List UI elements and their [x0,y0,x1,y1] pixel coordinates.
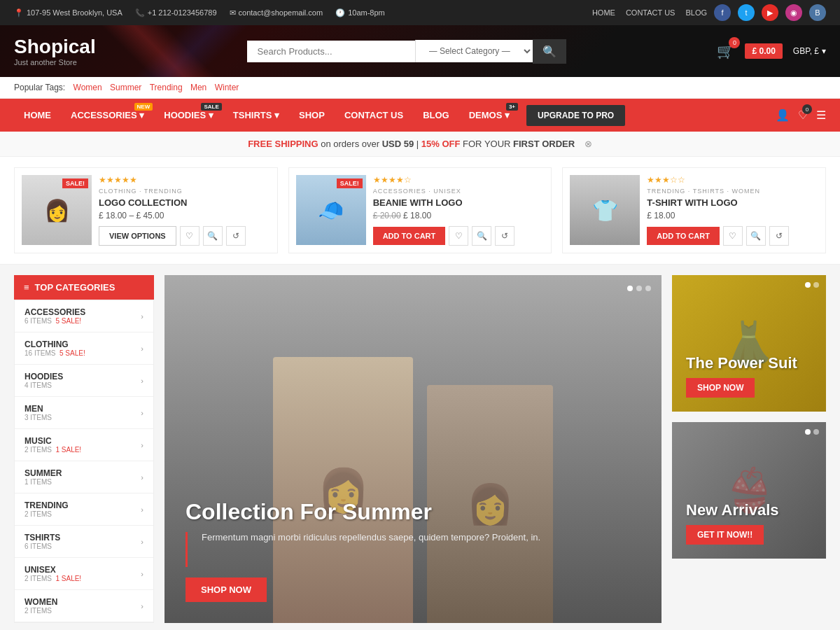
vk-icon[interactable]: B [809,4,826,21]
wishlist-button-3[interactable]: ♡ [723,226,743,246]
wishlist-icon[interactable]: ♡ 0 [798,108,808,122]
twitter-icon[interactable]: t [738,4,755,21]
main-nav: HOME ACCESSORIES ▾ NEW HOODIES ▾ SALE TS… [0,99,840,132]
top-home-link[interactable]: HOME [592,8,615,17]
sidebar-items: ACCESSORIES 6 ITEMS 5 SALE! › CLOTHING 1… [14,300,154,623]
main-banner-cta[interactable]: SHOP NOW [186,578,267,602]
logo-tagline: Just another Store [14,58,96,66]
logo[interactable]: Shopical [14,36,96,58]
address: 📍 107-95 West Brooklyn, USA [14,8,122,18]
nav-accessories[interactable]: ACCESSORIES ▾ NEW [61,99,154,132]
tag-summer[interactable]: Summer [110,83,141,92]
sidebar-item-music[interactable]: MUSIC 2 ITEMS 1 SALE! › [15,429,153,461]
location-icon: 📍 [14,8,24,18]
compare-button-2[interactable]: ↺ [495,226,514,246]
phone: 📞 +1 212-0123456789 [135,8,217,18]
product-cats-3: TRENDING · TSHIRTS · WOMEN [647,188,818,195]
header: Shopical Just another Store — Select Cat… [0,25,840,77]
nav-contact[interactable]: CONTACT US [335,99,413,132]
main-banner-title: Collection For Summer [186,499,640,525]
chevron-right-icon: › [141,441,144,449]
main-section: ≡ TOP CATEGORIES ACCESSORIES 6 ITEMS 5 S… [0,265,840,630]
wishlist-button-1[interactable]: ♡ [180,226,200,246]
search-input[interactable] [247,41,415,62]
cart-icon[interactable]: 🛒 0 [717,43,734,59]
quickview-button-1[interactable]: 🔍 [203,226,223,246]
new-arrivals-overlay: New Arrivals GET IT NOW!! [672,487,826,559]
nav-right-icons: 👤 ♡ 0 ☰ [776,108,826,122]
sidebar-item-trending[interactable]: TRENDING 2 ITEMS › [15,493,153,526]
chevron-right-icon: › [141,602,144,610]
sidebar-item-accessories[interactable]: ACCESSORIES 6 ITEMS 5 SALE! › [15,300,153,332]
top-blog-link[interactable]: BLOG [685,8,707,17]
nav-demos[interactable]: DEMOS ▾ 3+ [459,99,519,132]
tag-winter[interactable]: Winter [215,83,239,92]
main-banner-dots [627,286,651,291]
power-suit-overlay: The Power Suit SHOP NOW [672,340,826,412]
chevron-right-icon: › [141,538,144,546]
quickview-button-3[interactable]: 🔍 [746,226,766,246]
nav-shop[interactable]: SHOP [289,99,335,132]
close-promo-button[interactable]: ⊗ [584,139,592,149]
power-suit-banner: 👗 The Power Suit SHOP NOW [672,275,826,412]
tag-trending[interactable]: Trending [150,83,183,92]
top-contact-link[interactable]: CONTACT US [626,8,676,17]
cart-total[interactable]: £ 0.00 [745,43,782,59]
chevron-right-icon: › [141,409,144,417]
power-suit-cta[interactable]: SHOP NOW [686,378,755,398]
product-price-1: £ 18.00 – £ 45.00 [99,211,270,220]
compare-button-3[interactable]: ↺ [769,226,789,246]
tag-women[interactable]: Women [74,83,102,92]
category-select[interactable]: — Select Category — Accessories Clothing… [415,40,533,62]
search-button[interactable]: 🔍 [533,39,566,64]
free-shipping-detail: on orders over [321,139,382,149]
sidebar-item-summer[interactable]: SUMMER 1 ITEMS › [15,461,153,493]
search-area: — Select Category — Accessories Clothing… [247,39,566,64]
nav-home[interactable]: HOME [14,99,61,132]
menu-icon[interactable]: ☰ [816,108,826,122]
nav-tshirts[interactable]: TSHIRTS ▾ [223,99,289,132]
product-card-1: 👩 SALE! ★★★★★ CLOTHING · TRENDING LOGO C… [14,167,278,253]
nav-blog[interactable]: BLOG [413,99,459,132]
dot-1[interactable] [627,286,633,291]
sale-badge-2: SALE! [337,178,363,188]
chevron-down-icon: ▾ [822,46,826,56]
product-card-3: 👕 ★★★☆☆ TRENDING · TSHIRTS · WOMEN T-SHI… [562,167,826,253]
product-title-1: LOGO COLLECTION [99,197,270,208]
na-dot-1[interactable] [805,429,811,435]
youtube-icon[interactable]: ▶ [762,4,778,21]
product-cats-2: ACCESSORIES · UNISEX [373,188,545,195]
currency-selector[interactable]: GBP, £ ▾ [793,46,826,56]
sidebar-item-clothing[interactable]: CLOTHING 16 ITEMS 5 SALE! › [15,332,153,365]
sidebar-item-unisex[interactable]: UNISEX 2 ITEMS 1 SALE! › [15,558,153,590]
quickview-button-2[interactable]: 🔍 [472,226,491,246]
sidebar-item-hoodies[interactable]: HOODIES 4 ITEMS › [15,365,153,397]
upgrade-button[interactable]: UPGRADE TO PRO [526,105,625,126]
popular-tags: Popular Tags: Women Summer Trending Men … [0,77,840,99]
view-options-button-1[interactable]: VIEW OPTIONS [99,226,176,246]
wishlist-button-2[interactable]: ♡ [449,226,468,246]
compare-button-1[interactable]: ↺ [226,226,246,246]
instagram-icon[interactable]: ◉ [785,4,802,21]
product-title-2: BEANIE WITH LOGO [373,197,545,208]
dot-3[interactable] [645,286,651,291]
sidebar-item-men[interactable]: MEN 3 ITEMS › [15,397,153,429]
nav-hoodies[interactable]: HOODIES ▾ SALE [154,99,223,132]
tag-men[interactable]: Men [190,83,206,92]
dot-2[interactable] [636,286,642,291]
ps-dot-1[interactable] [805,282,811,288]
accessories-badge: NEW [134,103,153,111]
add-to-cart-button-2[interactable]: ADD TO CART [373,227,446,245]
main-banner-desc: Fermentum magni morbi ridiculus repellen… [202,532,540,542]
na-dot-2[interactable] [813,429,819,435]
new-arrivals-cta[interactable]: GET IT NOW!! [686,525,764,545]
products-row: 👩 SALE! ★★★★★ CLOTHING · TRENDING LOGO C… [0,157,840,265]
ps-dot-2[interactable] [813,282,819,288]
facebook-icon[interactable]: f [714,4,731,21]
sidebar-item-women[interactable]: WOMEN 2 ITEMS › [15,590,153,622]
chevron-right-icon: › [141,570,144,578]
user-icon[interactable]: 👤 [776,108,790,122]
sidebar-item-tshirts[interactable]: TSHIRTS 6 ITEMS › [15,526,153,558]
main-banner: 👩 👩 Collection For Summer Fermentum magn… [164,275,662,623]
add-to-cart-button-3[interactable]: ADD TO CART [647,227,720,245]
